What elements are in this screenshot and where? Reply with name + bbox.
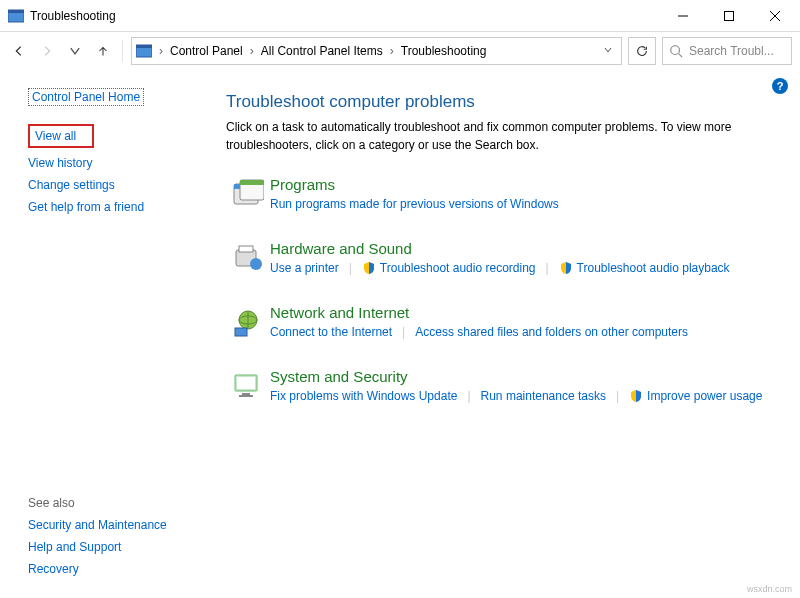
main-panel: Troubleshoot computer problems Click on … bbox=[220, 70, 800, 598]
sidebar-view-history[interactable]: View history bbox=[28, 156, 92, 170]
chevron-right-icon[interactable]: › bbox=[247, 44, 257, 58]
svg-rect-22 bbox=[237, 377, 255, 389]
forward-button[interactable] bbox=[36, 40, 58, 62]
refresh-button[interactable] bbox=[628, 37, 656, 65]
link-maintenance[interactable]: Run maintenance tasks bbox=[481, 389, 606, 403]
svg-rect-1 bbox=[8, 10, 24, 13]
category-hardware-title[interactable]: Hardware and Sound bbox=[270, 240, 776, 257]
category-programs: Programs Run programs made for previous … bbox=[226, 176, 776, 212]
minimize-button[interactable] bbox=[660, 0, 706, 31]
svg-rect-13 bbox=[240, 180, 264, 185]
address-icon bbox=[136, 43, 152, 59]
category-network-title[interactable]: Network and Internet bbox=[270, 304, 776, 321]
svg-rect-24 bbox=[239, 395, 253, 397]
shield-icon bbox=[629, 389, 643, 403]
category-system-title[interactable]: System and Security bbox=[270, 368, 776, 385]
content-area: ? Control Panel Home View all View histo… bbox=[0, 70, 800, 598]
link-audio-recording[interactable]: Troubleshoot audio recording bbox=[362, 261, 536, 275]
app-icon bbox=[8, 8, 24, 24]
page-heading: Troubleshoot computer problems bbox=[226, 92, 776, 112]
hardware-icon bbox=[226, 240, 270, 276]
svg-rect-15 bbox=[239, 246, 253, 252]
category-programs-title[interactable]: Programs bbox=[270, 176, 776, 193]
svg-point-16 bbox=[250, 258, 262, 270]
link-shared-files[interactable]: Access shared files and folders on other… bbox=[415, 325, 688, 339]
address-bar[interactable]: › Control Panel › All Control Panel Item… bbox=[131, 37, 622, 65]
network-icon bbox=[226, 304, 270, 340]
divider: | bbox=[402, 325, 405, 339]
link-connect-internet[interactable]: Connect to the Internet bbox=[270, 325, 392, 339]
category-hardware: Hardware and Sound Use a printer | Troub… bbox=[226, 240, 776, 276]
divider: | bbox=[545, 261, 548, 275]
sidebar-change-settings[interactable]: Change settings bbox=[28, 178, 115, 192]
link-power-usage[interactable]: Improve power usage bbox=[629, 389, 762, 403]
nav-separator bbox=[122, 40, 123, 62]
chevron-right-icon[interactable]: › bbox=[156, 44, 166, 58]
programs-icon bbox=[226, 176, 270, 212]
back-button[interactable] bbox=[8, 40, 30, 62]
svg-rect-20 bbox=[235, 328, 247, 336]
sidebar-home[interactable]: Control Panel Home bbox=[28, 88, 144, 106]
titlebar: Troubleshooting bbox=[0, 0, 800, 32]
shield-icon bbox=[362, 261, 376, 275]
breadcrumb-all-items[interactable]: All Control Panel Items bbox=[257, 44, 387, 58]
sidebar-help-support[interactable]: Help and Support bbox=[28, 540, 121, 554]
svg-rect-7 bbox=[136, 45, 152, 48]
link-audio-playback[interactable]: Troubleshoot audio playback bbox=[559, 261, 730, 275]
link-use-printer[interactable]: Use a printer bbox=[270, 261, 339, 275]
search-input[interactable]: Search Troubl... bbox=[662, 37, 792, 65]
svg-rect-3 bbox=[725, 11, 734, 20]
watermark: wsxdn.com bbox=[747, 584, 792, 594]
divider: | bbox=[616, 389, 619, 403]
link-run-previous-versions[interactable]: Run programs made for previous versions … bbox=[270, 197, 559, 211]
category-network: Network and Internet Connect to the Inte… bbox=[226, 304, 776, 340]
close-button[interactable] bbox=[752, 0, 798, 31]
sidebar-security[interactable]: Security and Maintenance bbox=[28, 518, 167, 532]
category-system: System and Security Fix problems with Wi… bbox=[226, 368, 776, 404]
help-icon[interactable]: ? bbox=[772, 78, 788, 94]
search-placeholder: Search Troubl... bbox=[689, 44, 774, 58]
sidebar-recovery[interactable]: Recovery bbox=[28, 562, 79, 576]
address-dropdown[interactable] bbox=[599, 44, 617, 58]
svg-rect-23 bbox=[242, 393, 250, 395]
maximize-button[interactable] bbox=[706, 0, 752, 31]
recent-dropdown[interactable] bbox=[64, 40, 86, 62]
svg-point-8 bbox=[671, 46, 680, 55]
system-icon bbox=[226, 368, 270, 404]
shield-icon bbox=[559, 261, 573, 275]
link-windows-update[interactable]: Fix problems with Windows Update bbox=[270, 389, 457, 403]
divider: | bbox=[467, 389, 470, 403]
breadcrumb-control-panel[interactable]: Control Panel bbox=[166, 44, 247, 58]
chevron-right-icon[interactable]: › bbox=[387, 44, 397, 58]
sidebar-see-also-heading: See also bbox=[28, 496, 206, 510]
page-subtitle: Click on a task to automatically trouble… bbox=[226, 118, 766, 154]
divider: | bbox=[349, 261, 352, 275]
sidebar: Control Panel Home View all View history… bbox=[0, 70, 220, 598]
svg-line-9 bbox=[679, 54, 683, 58]
navbar: › Control Panel › All Control Panel Item… bbox=[0, 32, 800, 70]
window-title: Troubleshooting bbox=[30, 9, 660, 23]
breadcrumb-troubleshooting[interactable]: Troubleshooting bbox=[397, 44, 491, 58]
up-button[interactable] bbox=[92, 40, 114, 62]
sidebar-get-help[interactable]: Get help from a friend bbox=[28, 200, 144, 214]
sidebar-view-all[interactable]: View all bbox=[28, 124, 94, 148]
